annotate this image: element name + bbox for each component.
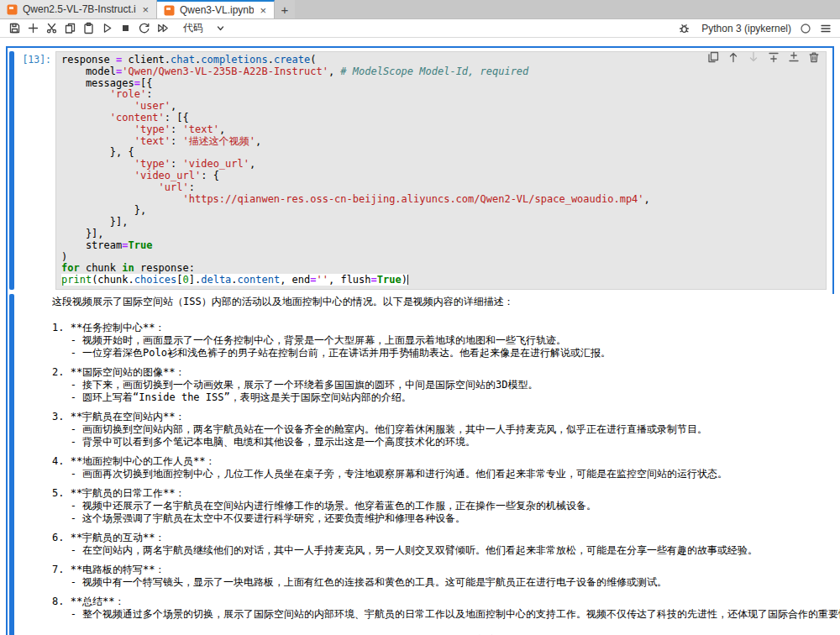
tab-label: Qwen3-VL.ipynb — [180, 4, 254, 16]
notebook-file-icon — [164, 5, 175, 16]
save-button[interactable] — [5, 20, 24, 37]
cut-cells-button[interactable] — [42, 20, 60, 37]
tab-qwen25-vl-notebook[interactable]: Qwen2.5-VL-7B-Instruct.ip × — [0, 0, 157, 18]
paste-cells-button[interactable] — [79, 20, 97, 37]
stream-output: 这段视频展示了国际空间站（ISS）内部的活动以及地面控制中心的情况。以下是视频内… — [14, 294, 840, 635]
insert-cell-above-button[interactable] — [766, 50, 780, 64]
cell-output-area: 这段视频展示了国际空间站（ISS）内部的活动以及地面控制中心的情况。以下是视频内… — [8, 294, 832, 635]
tab-bar-filler — [295, 0, 840, 18]
close-icon[interactable]: × — [141, 3, 150, 16]
restart-kernel-button[interactable] — [134, 20, 153, 37]
bug-icon — [678, 22, 690, 34]
duplicate-cell-button[interactable] — [706, 50, 720, 64]
fast-forward-icon — [156, 22, 169, 34]
kernel-status-icon — [800, 23, 811, 34]
insert-above-icon — [768, 51, 780, 63]
copy-cells-button[interactable] — [60, 20, 79, 37]
delete-cell-button[interactable] — [806, 50, 821, 64]
interrupt-kernel-button[interactable] — [116, 20, 134, 37]
plus-icon — [27, 22, 39, 34]
active-code-cell[interactable]: [13]: response = client.chat.completions… — [6, 46, 834, 635]
notebook-panel: [13]: response = client.chat.completions… — [0, 38, 840, 635]
cell-type-label: 代码 — [183, 21, 203, 35]
run-icon — [101, 22, 113, 34]
tab-qwen3-vl-notebook[interactable]: Qwen3-VL.ipynb × — [157, 0, 275, 18]
copy-icon — [64, 22, 76, 34]
chevron-down-icon — [215, 23, 226, 34]
scissors-icon — [45, 22, 58, 34]
stream-output-text: 这段视频展示了国际空间站（ISS）内部的活动以及地面控制中心的情况。以下是视频内… — [52, 296, 840, 635]
stop-icon — [119, 22, 132, 34]
debugger-button[interactable] — [675, 20, 693, 37]
run-cell-button[interactable] — [97, 20, 116, 37]
execution-count-prompt: [13]: — [14, 51, 55, 290]
trash-icon — [808, 51, 820, 63]
tab-label: Qwen2.5-VL-7B-Instruct.ip — [23, 3, 136, 15]
move-cell-up-button[interactable] — [726, 50, 740, 64]
kernel-name[interactable]: Python 3 (ipykernel) — [701, 23, 791, 34]
arrow-down-icon — [748, 51, 759, 63]
cell-type-dropdown[interactable]: 代码 — [183, 21, 226, 35]
run-all-cells-button[interactable] — [153, 20, 171, 37]
toolbar-right-group: Python 3 (ipykernel) — [675, 20, 835, 37]
tab-bar: Qwen2.5-VL-7B-Instruct.ip × Qwen3-VL.ipy… — [0, 0, 840, 19]
restart-icon — [138, 22, 150, 34]
jupyterlab-window: Qwen2.5-VL-7B-Instruct.ip × Qwen3-VL.ipy… — [0, 0, 840, 635]
save-icon — [8, 22, 21, 34]
cell-toolbar — [706, 50, 821, 64]
close-icon[interactable]: × — [259, 4, 267, 17]
insert-below-icon — [788, 51, 800, 63]
insert-cell-button[interactable] — [24, 20, 42, 37]
new-tab-button[interactable]: + — [275, 0, 295, 18]
code-editor[interactable]: response = client.chat.completions.creat… — [55, 51, 827, 290]
insert-cell-below-button[interactable] — [786, 50, 801, 64]
code-editor-lines: response = client.chat.completions.creat… — [61, 55, 826, 286]
menu-icon[interactable] — [820, 23, 832, 34]
duplicate-icon — [707, 51, 719, 63]
move-cell-down-button[interactable] — [746, 50, 760, 64]
notebook-toolbar: 代码 Python 3 (ipykernel) — [0, 19, 840, 38]
arrow-up-icon — [727, 51, 739, 63]
cell-input-area: [13]: response = client.chat.completions… — [8, 51, 832, 290]
clipboard-icon — [82, 22, 95, 34]
notebook-file-icon — [7, 4, 18, 15]
